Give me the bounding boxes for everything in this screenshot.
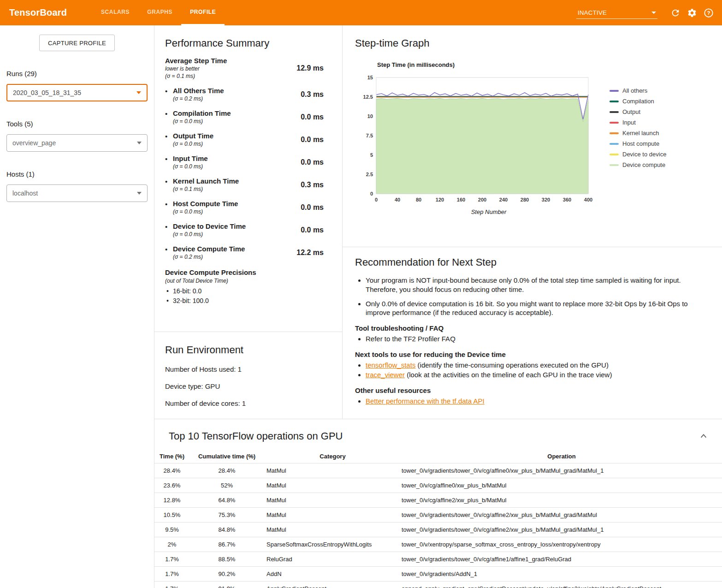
list-item: Refer to the TF2 Profiler FAQ	[366, 334, 701, 344]
svg-text:160: 160	[457, 197, 465, 202]
top-toolbar: TensorBoard SCALARSGRAPHSPROFILE INACTIV…	[0, 0, 722, 25]
refresh-icon[interactable]	[670, 8, 681, 18]
legend-label: Input	[622, 119, 636, 126]
legend-swatch	[610, 164, 619, 166]
cumulative-time-cell: 84.8%	[189, 523, 264, 537]
operation-cell: tower_0/v/gradients/tower_0/v/cg/affine2…	[401, 523, 722, 537]
runs-label: Runs (29)	[6, 70, 148, 77]
subsection-heading: Next tools to use for reducing the Devic…	[355, 350, 701, 358]
svg-text:40: 40	[395, 197, 400, 202]
cumulative-time-cell: 52%	[189, 478, 264, 493]
legend-item: Device compute	[610, 161, 666, 168]
tab-profile[interactable]: PROFILE	[181, 0, 225, 25]
summary-item-sigma: (σ = 0.0 ms)	[173, 208, 301, 215]
precision-items: 16-bit: 0.032-bit: 100.0	[165, 287, 324, 304]
hosts-label: Hosts (1)	[6, 170, 148, 178]
perf-summary-items: •All Others Time(σ = 0.2 ms)0.3 ms•Compi…	[165, 87, 324, 260]
sidebar: CAPTURE PROFILE Runs (29)2020_03_05_18_3…	[0, 25, 154, 588]
summary-item-label: Device Compute Time	[173, 245, 296, 253]
reload-status-value: INACTIVE	[578, 9, 607, 16]
precision-item: 16-bit: 0.0	[165, 287, 324, 295]
chart-area: Step Time (in milliseconds) 02.557.51012…	[355, 61, 604, 215]
svg-text:0: 0	[375, 197, 378, 202]
tools-select[interactable]: overview_page	[6, 134, 148, 152]
operation-cell: append_apply_gradient_ops/GradientDescen…	[401, 582, 722, 588]
time-cell: 10.5%	[154, 508, 189, 523]
precision-item: 32-bit: 100.0	[165, 297, 324, 304]
table-row: 1.7%91.9%ApplyGradientDescentappend_appl…	[154, 582, 722, 588]
run-environment-lines: Number of Hosts used: 1Device type: GPUN…	[165, 365, 333, 407]
legend-swatch	[610, 143, 619, 145]
list-item: trace_viewer (look at the activities on …	[366, 370, 701, 380]
runs-select[interactable]: 2020_03_05_18_31_35	[6, 84, 148, 101]
tab-scalars[interactable]: SCALARS	[92, 0, 138, 25]
chart-x-axis-label: Step Number	[355, 208, 604, 215]
summary-item-sigma: (σ = 0.0 ms)	[173, 231, 301, 238]
legend-item: Compilation	[610, 98, 666, 105]
summary-item-value: 0.0 ms	[301, 226, 324, 234]
runs-group: Runs (29)2020_03_05_18_31_35	[6, 70, 148, 101]
time-cell: 12.8%	[154, 493, 189, 508]
summary-item-label: All Others Time	[173, 87, 301, 95]
time-cell: 23.6%	[154, 478, 189, 493]
summary-item: •All Others Time(σ = 0.2 ms)0.3 ms	[165, 87, 324, 102]
summary-item-label: Host Compute Time	[173, 200, 301, 208]
average-step-time-sigma: (σ = 0.1 ms)	[165, 73, 296, 79]
category-cell: MatMul	[264, 523, 401, 537]
collapse-chevron-up-icon[interactable]	[698, 431, 709, 442]
link-better-performance-with-the-tf-data-api[interactable]: Better performance with the tf.data API	[366, 397, 485, 405]
link-trace-viewer[interactable]: trace_viewer	[366, 371, 405, 379]
svg-text:7.5: 7.5	[366, 133, 373, 138]
run-environment-section: Run Environment Number of Hosts used: 1D…	[154, 332, 342, 407]
run-environment-line: Device type: GPU	[165, 382, 333, 390]
step-time-graph-section: Step-time Graph Step Time (in millisecon…	[343, 25, 722, 247]
nav-tabs: SCALARSGRAPHSPROFILE	[92, 0, 225, 25]
hosts-selected-value: localhost	[12, 190, 38, 197]
column-header: Time (%)	[154, 450, 189, 463]
average-step-time-label: Average Step Time	[165, 57, 296, 65]
time-cell: 9.5%	[154, 523, 189, 537]
time-cell: 28.4%	[154, 463, 189, 478]
legend-label: Device to device	[622, 151, 666, 158]
summary-item: •Device to Device Time(σ = 0.0 ms)0.0 ms	[165, 222, 324, 238]
precisions-title: Device Compute Precisions	[165, 268, 324, 276]
bullet: •	[165, 222, 173, 238]
summary-item-label: Device to Device Time	[173, 222, 301, 230]
list-item: tensorflow_stats (identify the time-cons…	[366, 360, 701, 370]
svg-text:15: 15	[367, 75, 373, 80]
recommendation-bullets: Your program is NOT input-bound because …	[355, 276, 701, 317]
summary-item: •Host Compute Time(σ = 0.0 ms)0.0 ms	[165, 200, 324, 215]
settings-gear-icon[interactable]	[687, 8, 697, 18]
table-row: 2%86.7%SparseSoftmaxCrossEntropyWithLogi…	[154, 537, 722, 552]
recommendation-title: Recommendation for Next Step	[355, 256, 701, 268]
bullet: •	[165, 245, 173, 260]
hosts-select[interactable]: localhost	[6, 184, 148, 202]
link-tensorflow-stats[interactable]: tensorflow_stats	[366, 361, 415, 369]
step-time-graph-title: Step-time Graph	[355, 37, 722, 49]
legend-label: All others	[622, 87, 647, 94]
reload-status-dropdown[interactable]: INACTIVE	[576, 7, 657, 19]
table-row: 23.6%52%MatMultower_0/v/cg/affine0/xw_pl…	[154, 478, 722, 493]
sidebar-groups: Runs (29)2020_03_05_18_31_35Tools (5)ove…	[6, 70, 148, 202]
summary-item: •Compilation Time(σ = 0.0 ms)0.0 ms	[165, 109, 324, 125]
operation-cell: tower_0/v/xentropy/sparse_softmax_cross_…	[401, 537, 722, 552]
svg-text:200: 200	[478, 197, 486, 202]
legend-swatch	[610, 154, 619, 155]
chevron-down-icon	[137, 192, 142, 195]
summary-item-value: 0.0 ms	[301, 136, 324, 144]
help-icon[interactable]: ?	[704, 8, 714, 18]
ops-header-row: Time (%)Cumulative time (%)CategoryOpera…	[154, 450, 722, 463]
chart-legend: All othersCompilationOutputInputKernel l…	[610, 87, 666, 215]
legend-label: Device compute	[622, 161, 665, 168]
tab-graphs[interactable]: GRAPHS	[138, 0, 181, 25]
bullet: •	[165, 177, 173, 192]
svg-text:2.5: 2.5	[366, 172, 373, 177]
recommendation-subsection: Other useful resourcesBetter performance…	[355, 386, 701, 406]
summary-item-sigma: (σ = 0.2 ms)	[173, 95, 301, 102]
summary-item-label: Input Time	[173, 154, 301, 162]
summary-item-value: 0.0 ms	[301, 158, 324, 166]
capture-profile-button[interactable]: CAPTURE PROFILE	[39, 35, 115, 51]
time-cell: 1.7%	[154, 567, 189, 582]
cumulative-time-cell: 90.2%	[189, 567, 264, 582]
category-cell: ReluGrad	[264, 552, 401, 567]
